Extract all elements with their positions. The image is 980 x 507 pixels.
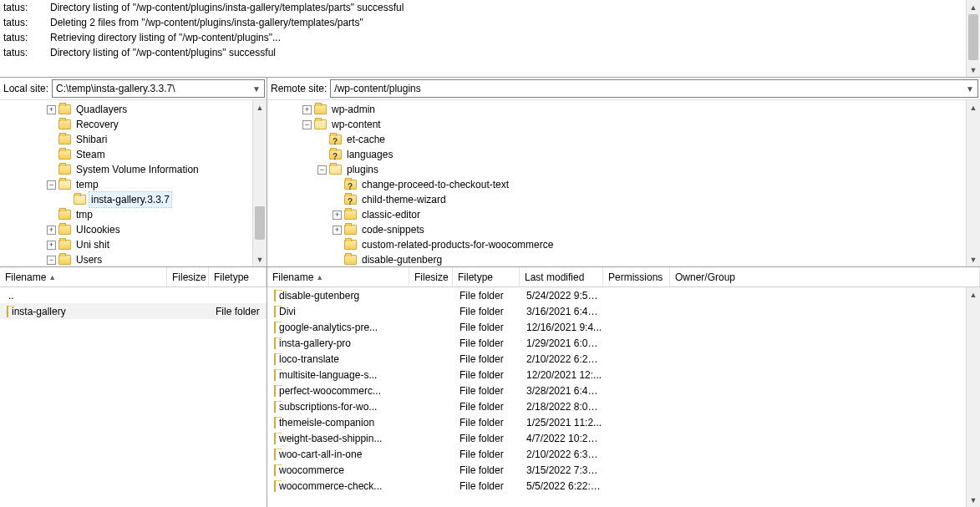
- col-filesize[interactable]: Filesize: [409, 267, 453, 286]
- file-name: Divi: [279, 306, 296, 317]
- remote-tree-scrollbar[interactable]: ▲ ▼: [966, 100, 980, 266]
- scroll-up-icon[interactable]: ▲: [967, 287, 980, 302]
- remote-list-scrollbar[interactable]: ▲ ▼: [966, 287, 980, 507]
- local-path-select[interactable]: C:\temp\insta-gallery.3.3.7\ ▼: [52, 79, 265, 98]
- file-modified: 2/10/2022 6:35:...: [523, 449, 607, 460]
- list-item[interactable]: weight-based-shippin...File folder4/7/20…: [267, 430, 980, 446]
- list-item[interactable]: insta-gallery-proFile folder1/29/2021 6:…: [267, 335, 980, 351]
- tree-item[interactable]: et-cache: [269, 132, 980, 147]
- scroll-thumb[interactable]: [968, 14, 978, 60]
- tree-item[interactable]: insta-gallery.3.3.7: [2, 192, 267, 207]
- local-tree[interactable]: +QuadlayersRecoveryShibariSteamSystem Vo…: [0, 100, 267, 267]
- tree-expander-icon[interactable]: +: [302, 105, 312, 114]
- tree-item[interactable]: −temp: [2, 177, 267, 192]
- list-item[interactable]: multisite-language-s...File folder12/20/…: [267, 367, 980, 383]
- log-message: Directory listing of "/wp-content/plugin…: [50, 45, 977, 60]
- scroll-down-icon[interactable]: ▼: [967, 63, 980, 77]
- folder-icon: [344, 225, 357, 235]
- tree-expander-icon[interactable]: +: [47, 226, 56, 235]
- col-permissions[interactable]: Permissions: [603, 267, 670, 286]
- folder-icon: [274, 322, 276, 333]
- file-modified: 5/24/2022 9:53:...: [523, 290, 607, 302]
- col-filesize[interactable]: Filesize: [167, 267, 209, 286]
- tree-item[interactable]: Steam: [2, 147, 267, 162]
- file-name: google-analytics-pre...: [279, 322, 378, 333]
- tree-expander-icon[interactable]: −: [47, 180, 56, 190]
- tree-item[interactable]: −wp-content: [269, 117, 980, 132]
- col-owner-group[interactable]: Owner/Group: [670, 267, 980, 286]
- tree-item[interactable]: +wp-admin: [269, 102, 980, 117]
- folder-icon: [344, 195, 357, 205]
- tree-item[interactable]: languages: [269, 147, 980, 162]
- remote-path-select[interactable]: /wp-content/plugins ▼: [330, 79, 978, 98]
- tree-expander-icon[interactable]: +: [47, 105, 56, 114]
- tree-item[interactable]: tmp: [2, 207, 267, 222]
- list-item[interactable]: woocommerceFile folder3/15/2022 7:33:...: [267, 462, 980, 478]
- tree-item[interactable]: Recovery: [2, 117, 267, 132]
- file-type: File folder: [456, 449, 523, 460]
- list-item[interactable]: woocommerce-check...File folder5/5/2022 …: [267, 478, 980, 494]
- tree-expander-icon[interactable]: −: [302, 120, 312, 129]
- list-item[interactable]: google-analytics-pre...File folder12/16/…: [267, 319, 980, 335]
- col-filetype[interactable]: Filetype: [453, 267, 520, 286]
- file-modified: 3/16/2021 6:49:...: [523, 306, 607, 317]
- scroll-down-icon[interactable]: ▼: [253, 252, 267, 266]
- tree-item[interactable]: +classic-editor: [269, 207, 980, 222]
- tree-item[interactable]: +Uni shit: [2, 237, 267, 252]
- file-type: File folder: [456, 290, 523, 302]
- tree-expander-icon[interactable]: +: [333, 210, 342, 220]
- scroll-down-icon[interactable]: ▼: [967, 252, 980, 266]
- tree-expander-icon[interactable]: −: [317, 165, 327, 175]
- tree-item[interactable]: −Users: [2, 252, 267, 267]
- remote-tree[interactable]: +wp-admin−wp-contentet-cachelanguages−pl…: [267, 100, 980, 267]
- tree-item[interactable]: −plugins: [269, 162, 980, 177]
- list-item[interactable]: perfect-woocommerc...File folder3/28/202…: [267, 383, 980, 398]
- tree-item-label: temp: [74, 177, 100, 192]
- tree-item[interactable]: custom-related-products-for-woocommerce: [269, 237, 980, 252]
- list-item[interactable]: disable-gutenbergFile folder5/24/2022 9:…: [267, 287, 980, 303]
- local-tree-scrollbar[interactable]: ▲ ▼: [252, 100, 267, 266]
- tree-expander-icon[interactable]: +: [47, 241, 56, 250]
- tree-expander-icon[interactable]: +: [333, 226, 342, 235]
- file-type: File folder: [456, 433, 523, 444]
- scroll-up-icon[interactable]: ▲: [253, 100, 267, 114]
- scroll-up-icon[interactable]: ▲: [967, 100, 980, 114]
- remote-file-list[interactable]: disable-gutenbergFile folder5/24/2022 9:…: [267, 287, 980, 507]
- tree-item-label: disable-gutenberg: [360, 252, 444, 267]
- tree-item[interactable]: System Volume Information: [2, 162, 267, 177]
- log-row: tatus:Directory listing of "/wp-content/…: [0, 0, 980, 15]
- local-list-header[interactable]: Filename▲ Filesize Filetype: [0, 267, 267, 287]
- list-item[interactable]: insta-galleryFile folder: [0, 303, 267, 319]
- folder-icon: [274, 464, 276, 476]
- tree-item[interactable]: +Quadlayers: [2, 102, 267, 117]
- local-file-list[interactable]: ..insta-galleryFile folder: [0, 287, 267, 507]
- tree-item-label: Uni shit: [74, 237, 111, 252]
- tree-item-label: plugins: [345, 162, 380, 177]
- scroll-up-icon[interactable]: ▲: [967, 0, 980, 14]
- tree-item[interactable]: change-proceed-to-checkout-text: [269, 177, 980, 192]
- list-item[interactable]: subscriptions-for-wo...File folder2/18/2…: [267, 398, 980, 414]
- file-type: File folder: [456, 337, 523, 349]
- tree-item[interactable]: +UIcookies: [2, 222, 267, 237]
- tree-item[interactable]: disable-gutenberg: [269, 252, 980, 267]
- tree-item[interactable]: Shibari: [2, 132, 267, 147]
- tree-item-label: languages: [345, 147, 394, 162]
- tree-item[interactable]: +code-snippets: [269, 222, 980, 237]
- chevron-down-icon: ▼: [252, 84, 261, 94]
- scroll-thumb[interactable]: [255, 206, 265, 240]
- tree-expander-icon[interactable]: −: [47, 256, 56, 265]
- col-last-modified[interactable]: Last modified: [520, 267, 603, 286]
- tree-item[interactable]: child-theme-wizard: [269, 192, 980, 207]
- list-item[interactable]: DiviFile folder3/16/2021 6:49:...: [267, 303, 980, 319]
- remote-list-header[interactable]: Filename▲ Filesize Filetype Last modifie…: [267, 267, 980, 287]
- log-message: Deleting 2 files from "/wp-content/plugi…: [50, 15, 977, 30]
- local-panel: Local site: C:\temp\insta-gallery.3.3.7\…: [0, 78, 267, 507]
- tree-item-label: System Volume Information: [74, 162, 201, 177]
- list-item[interactable]: loco-translateFile folder2/10/2022 6:27:…: [267, 351, 980, 367]
- log-scrollbar[interactable]: ▲ ▼: [966, 0, 980, 77]
- col-filetype[interactable]: Filetype: [209, 267, 267, 286]
- list-item[interactable]: themeisle-companionFile folder1/25/2021 …: [267, 414, 980, 430]
- list-item[interactable]: ..: [0, 287, 267, 303]
- list-item[interactable]: woo-cart-all-in-oneFile folder2/10/2022 …: [267, 446, 980, 462]
- scroll-down-icon[interactable]: ▼: [967, 493, 980, 507]
